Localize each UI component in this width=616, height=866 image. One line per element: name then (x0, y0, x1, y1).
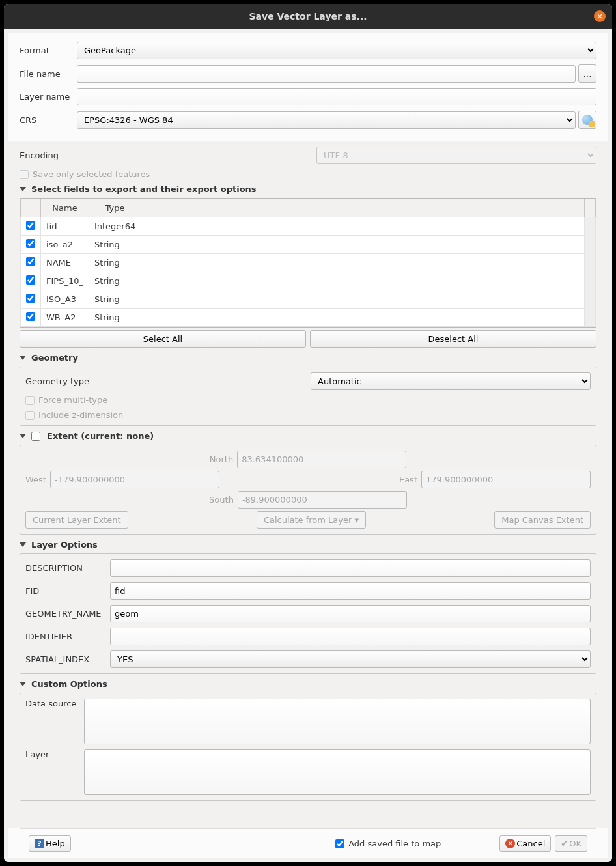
close-icon: ✕ (596, 12, 602, 21)
format-select[interactable]: GeoPackage (77, 42, 596, 59)
fields-title: Select fields to export and their export… (31, 184, 257, 194)
field-checkbox[interactable] (26, 239, 35, 248)
type-header[interactable]: Type (89, 199, 141, 217)
field-type: String (89, 272, 141, 290)
save-only-selected-label: Save only selected features (33, 169, 150, 179)
field-checkbox[interactable] (26, 275, 35, 285)
fields-collapser[interactable]: Select fields to export and their export… (20, 184, 596, 194)
include-z-label: Include z-dimension (38, 410, 123, 420)
save-only-selected-checkbox (20, 170, 29, 179)
table-row[interactable]: NAMEString (21, 254, 596, 272)
field-checkbox[interactable] (26, 312, 35, 321)
field-name: ISO_A3 (41, 290, 89, 309)
field-type: String (89, 290, 141, 309)
extent-enable-checkbox[interactable] (31, 432, 40, 441)
force-multi-checkbox (25, 396, 35, 405)
east-input (421, 471, 591, 488)
current-layer-extent-button: Current Layer Extent (25, 511, 128, 529)
table-row[interactable]: ISO_A3String (21, 290, 596, 309)
extent-collapser[interactable]: Extent (current: none) (20, 431, 596, 441)
custom-options-collapser[interactable]: Custom Options (20, 679, 596, 689)
data-source-textarea[interactable] (84, 699, 591, 744)
titlebar: Save Vector Layer as... ✕ (4, 4, 612, 29)
west-input (50, 471, 219, 488)
table-row[interactable]: WB_A2String (21, 309, 596, 327)
spatial-index-label: SPATIAL_INDEX (25, 654, 110, 664)
close-button[interactable]: ✕ (594, 10, 606, 22)
name-header[interactable]: Name (41, 199, 89, 217)
chevron-down-icon (20, 682, 26, 686)
west-label: West (25, 475, 46, 484)
field-name: FIPS_10_ (41, 272, 89, 290)
crs-select[interactable]: EPSG:4326 - WGS 84 (77, 111, 576, 129)
description-label: DESCRIPTION (25, 563, 110, 573)
include-z-checkbox (25, 411, 35, 420)
filename-input[interactable] (77, 65, 576, 83)
deselect-all-button[interactable]: Deselect All (310, 330, 596, 348)
encoding-label: Encoding (20, 150, 316, 160)
help-icon: ? (35, 839, 44, 848)
cancel-icon: ✕ (505, 839, 515, 848)
chevron-down-icon (20, 187, 26, 191)
window-title: Save Vector Layer as... (249, 11, 367, 21)
east-label: East (399, 475, 417, 484)
layer-label: Layer (25, 749, 84, 759)
geometry-type-label: Geometry type (25, 376, 311, 386)
table-row[interactable]: iso_a2String (21, 236, 596, 254)
geometry-name-label: GEOMETRY_NAME (25, 609, 110, 619)
browse-button[interactable]: … (578, 64, 596, 83)
field-type: String (89, 309, 141, 327)
fid-input[interactable] (110, 582, 591, 600)
select-all-button[interactable]: Select All (20, 330, 306, 348)
cancel-button[interactable]: ✕Cancel (499, 835, 551, 852)
field-name: WB_A2 (41, 309, 89, 327)
chevron-down-icon (20, 434, 26, 438)
chevron-down-icon (20, 542, 26, 547)
geometry-type-select[interactable]: Automatic (311, 372, 591, 390)
add-to-map-checkbox[interactable] (335, 839, 344, 848)
map-canvas-extent-button: Map Canvas Extent (494, 511, 591, 529)
field-type: String (89, 254, 141, 272)
north-input (237, 451, 406, 468)
dropdown-icon: ▾ (355, 515, 359, 525)
chevron-down-icon (20, 356, 26, 360)
field-name: fid (41, 217, 89, 236)
force-multi-label: Force multi-type (38, 395, 107, 405)
extent-title: Extent (current: none) (47, 431, 154, 441)
ok-icon: ✔ (561, 839, 568, 848)
spatial-index-select[interactable]: YES (110, 650, 591, 668)
encoding-select[interactable]: UTF-8 (316, 147, 596, 164)
description-input[interactable] (110, 559, 591, 577)
data-source-label: Data source (25, 699, 84, 708)
field-type: String (89, 236, 141, 254)
field-checkbox[interactable] (26, 221, 35, 230)
filename-label: File name (20, 69, 77, 79)
layer-textarea[interactable] (84, 749, 591, 795)
table-row[interactable]: FIPS_10_String (21, 272, 596, 290)
table-row[interactable]: fidInteger64 (21, 217, 596, 236)
layer-options-collapser[interactable]: Layer Options (20, 540, 596, 550)
fid-label: FID (25, 586, 110, 596)
layername-label: Layer name (20, 92, 77, 102)
ok-button: ✔OK (555, 835, 587, 852)
help-button[interactable]: ?Help (29, 835, 71, 852)
format-label: Format (20, 46, 77, 55)
south-input (238, 491, 407, 509)
geometry-collapser[interactable]: Geometry (20, 353, 596, 363)
globe-icon (582, 115, 593, 125)
geometry-name-input[interactable] (110, 605, 591, 622)
geometry-title: Geometry (31, 353, 78, 363)
field-name: iso_a2 (41, 236, 89, 254)
browse-icon: … (583, 69, 592, 79)
field-type: Integer64 (89, 217, 141, 236)
crs-label: CRS (20, 115, 77, 125)
identifier-input[interactable] (110, 628, 591, 645)
layername-input[interactable] (77, 88, 596, 105)
fields-table: Name Type fidInteger64iso_a2StringNAMESt… (20, 199, 596, 327)
field-checkbox[interactable] (26, 257, 35, 266)
field-name: NAME (41, 254, 89, 272)
scrollbar[interactable] (585, 217, 596, 327)
identifier-label: IDENTIFIER (25, 632, 110, 641)
crs-picker-button[interactable] (578, 111, 596, 129)
field-checkbox[interactable] (26, 294, 35, 303)
